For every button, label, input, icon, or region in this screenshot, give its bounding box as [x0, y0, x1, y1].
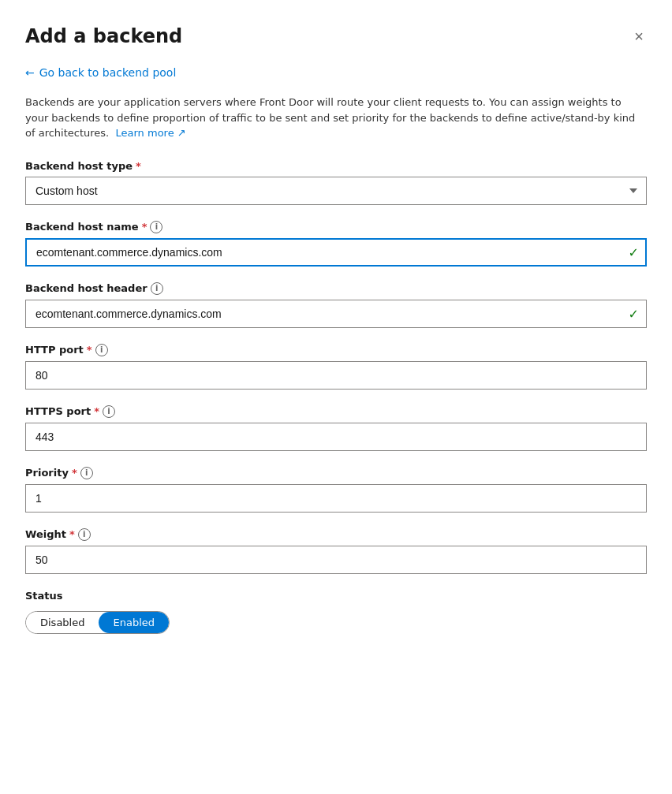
learn-more-link[interactable]: Learn more ↗	[112, 127, 185, 139]
backend-host-type-group: Backend host type * Custom host App serv…	[25, 160, 647, 205]
weight-input-wrapper	[25, 546, 647, 574]
priority-input-wrapper	[25, 484, 647, 513]
backend-host-name-label: Backend host name * i	[25, 221, 647, 233]
http-port-info-icon[interactable]: i	[95, 344, 108, 356]
required-indicator: *	[94, 405, 99, 417]
priority-label: Priority * i	[25, 467, 647, 479]
backend-host-header-input-wrapper: ✓	[25, 300, 647, 328]
panel-header: Add a backend ×	[25, 25, 647, 47]
backend-host-type-label: Backend host type *	[25, 160, 647, 172]
backend-host-name-group: Backend host name * i ✓	[25, 221, 647, 267]
https-port-label: HTTPS port * i	[25, 405, 647, 418]
backend-host-name-input-wrapper: ✓	[25, 238, 647, 267]
backend-host-header-input[interactable]	[25, 300, 647, 328]
backend-host-type-select-wrapper: Custom host App service Cloud service St…	[25, 177, 647, 205]
https-port-input[interactable]	[25, 423, 647, 451]
priority-info-icon[interactable]: i	[80, 467, 93, 479]
back-link-text: Go back to backend pool	[39, 66, 177, 79]
required-indicator: *	[69, 528, 75, 540]
backend-host-name-input[interactable]	[25, 238, 647, 267]
required-indicator: *	[142, 221, 147, 233]
required-indicator: *	[136, 160, 141, 172]
description-text: Backends are your application servers wh…	[25, 95, 647, 141]
close-button[interactable]: ×	[631, 25, 647, 47]
required-indicator: *	[72, 467, 77, 479]
backend-host-header-label: Backend host header i	[25, 282, 647, 295]
weight-input[interactable]	[25, 546, 647, 574]
weight-info-icon[interactable]: i	[78, 528, 91, 541]
back-arrow-icon: ←	[25, 66, 35, 79]
weight-label: Weight * i	[25, 528, 647, 541]
status-toggle-group: Disabled Enabled	[25, 611, 170, 634]
backend-host-name-info-icon[interactable]: i	[150, 221, 162, 233]
backend-host-header-info-icon[interactable]: i	[151, 282, 163, 295]
required-indicator: *	[87, 344, 92, 356]
backend-host-type-select[interactable]: Custom host App service Cloud service St…	[25, 177, 647, 205]
http-port-input[interactable]	[25, 361, 647, 390]
https-port-info-icon[interactable]: i	[103, 405, 115, 418]
external-link-icon: ↗	[177, 127, 186, 139]
status-enabled-button[interactable]: Enabled	[99, 612, 169, 633]
https-port-input-wrapper	[25, 423, 647, 451]
https-port-group: HTTPS port * i	[25, 405, 647, 451]
back-link[interactable]: ← Go back to backend pool	[25, 66, 176, 79]
priority-group: Priority * i	[25, 467, 647, 513]
http-port-group: HTTP port * i	[25, 344, 647, 390]
http-port-label: HTTP port * i	[25, 344, 647, 356]
panel-title: Add a backend	[25, 25, 182, 47]
http-port-input-wrapper	[25, 361, 647, 390]
status-disabled-button[interactable]: Disabled	[26, 612, 99, 633]
weight-group: Weight * i	[25, 528, 647, 574]
status-group: Status Disabled Enabled	[25, 590, 647, 634]
status-label: Status	[25, 590, 647, 602]
add-backend-panel: Add a backend × ← Go back to backend poo…	[0, 0, 672, 794]
priority-input[interactable]	[25, 484, 647, 513]
backend-host-header-group: Backend host header i ✓	[25, 282, 647, 328]
